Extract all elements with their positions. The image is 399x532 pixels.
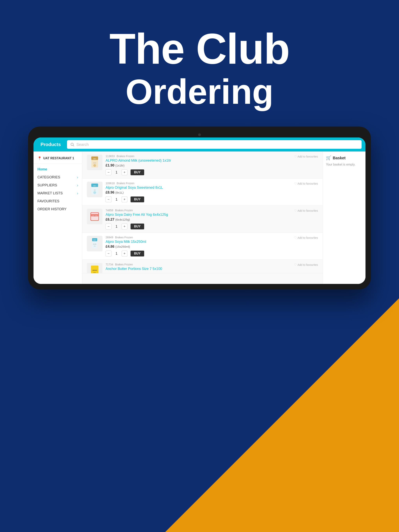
- add-fav-label-4: Add to favourites: [297, 236, 318, 239]
- buy-button-4[interactable]: BUY: [130, 251, 144, 256]
- svg-text:Soya Milk: Soya Milk: [93, 244, 97, 245]
- product-unit-2: (8x1L): [115, 191, 124, 194]
- camera-dot: [198, 133, 201, 136]
- add-fav-label-3: Add to favourites: [297, 209, 318, 212]
- svg-text:alpro: alpro: [93, 239, 96, 241]
- product-sku-5: 71734: [106, 263, 113, 266]
- table-row: alpro Soya Milk 250ml 26949 Brakes Froze…: [82, 233, 323, 260]
- alpro-yog-svg: alpro Soya Yogurt: [89, 210, 101, 223]
- qty-value-3: 1: [113, 225, 120, 229]
- product-meta-1: 113653 Brakes Frozen: [106, 155, 284, 158]
- add-fav-label-5: Add to favourites: [297, 263, 318, 266]
- qty-increase-2[interactable]: +: [122, 196, 127, 202]
- qty-value-2: 1: [113, 197, 120, 202]
- product-price-4: £4.86 (15x250ml): [106, 245, 284, 249]
- sidebar-suppliers-label: SUPPLIERS: [37, 183, 57, 187]
- svg-text:soya: soya: [94, 190, 96, 190]
- alpro-milk-250-svg: alpro Soya Milk 250ml: [89, 237, 101, 250]
- product-info-3: 74858 Brakes Frozen Alpro Soya Dairy Fre…: [106, 209, 284, 229]
- product-supplier-5: Brakes Frozen: [115, 263, 133, 266]
- svg-rect-13: [91, 213, 99, 221]
- add-fav-label-2: Add to favourites: [297, 182, 318, 185]
- product-supplier-3: Brakes Frozen: [115, 209, 133, 212]
- table-row: alpro soya 109618 Brakes Frozen Alpro Or…: [82, 178, 323, 206]
- product-unit-1: (1x1ltr): [115, 164, 124, 167]
- buy-button-1[interactable]: BUY: [130, 169, 144, 175]
- sidebar-market-lists-label: MARKET LISTS: [37, 191, 63, 195]
- qty-increase-1[interactable]: +: [122, 169, 127, 175]
- product-actions-3: ♡ Add to favourites: [287, 209, 318, 212]
- qty-decrease-2[interactable]: −: [106, 196, 111, 202]
- sidebar-order-history-label: ORDER HISTORY: [37, 207, 66, 211]
- product-sku-4: 26949: [106, 236, 113, 239]
- heart-icon-5: ♡: [294, 263, 297, 266]
- product-image-2: alpro soya: [87, 182, 103, 197]
- table-row: alpro Soya Yogurt 74858 Brakes Frozen Al…: [82, 206, 323, 233]
- table-row: alpro almond 113653 Brakes Frozen ALPRO …: [82, 152, 323, 178]
- add-to-favourites-4[interactable]: ♡ Add to favourites: [294, 236, 318, 240]
- alpro-almond-carton-svg: alpro almond: [89, 156, 101, 169]
- basket-panel: 🛒 Basket Your basket is empty.: [323, 152, 366, 284]
- search-icon: [70, 142, 74, 147]
- sidebar-item-categories[interactable]: CATEGORIES ›: [33, 173, 82, 181]
- product-actions-5: ♡ Add to favourites: [287, 263, 318, 266]
- app-nav-bar: Products Search: [33, 138, 366, 152]
- product-name-3[interactable]: Alpro Soya Dairy Free Alt Yog 6x4x125g: [106, 213, 284, 217]
- product-supplier-1: Brakes Frozen: [117, 155, 135, 158]
- qty-increase-3[interactable]: +: [122, 223, 127, 229]
- add-to-favourites-1[interactable]: ♡ Add to favourites: [294, 155, 318, 158]
- product-price-3: £6.27 (6x4x125g): [106, 217, 284, 222]
- qty-increase-4[interactable]: +: [122, 251, 127, 256]
- product-name-1[interactable]: ALPRO Almond Milk (unsweetened) 1x1ltr: [106, 158, 284, 163]
- qty-decrease-1[interactable]: −: [106, 169, 111, 175]
- search-bar[interactable]: Search: [67, 140, 362, 149]
- product-meta-5: 71734 Brakes Frozen: [106, 263, 284, 266]
- heart-icon-1: ♡: [294, 155, 297, 158]
- sidebar-item-market-lists[interactable]: MARKET LISTS ›: [33, 189, 82, 197]
- product-sku-3: 74858: [106, 209, 113, 212]
- buy-button-3[interactable]: BUY: [130, 223, 144, 229]
- product-info-4: 26949 Brakes Frozen Alpro Soya Milk 15x2…: [106, 236, 284, 256]
- product-meta-2: 109618 Brakes Frozen: [106, 182, 284, 185]
- product-info-5: 71734 Brakes Frozen Anchor Butter Portio…: [106, 263, 284, 272]
- product-supplier-2: Brakes Frozen: [117, 182, 135, 185]
- sidebar-location: 📍 UAT RESTAURANT 1: [33, 155, 82, 164]
- svg-text:Butter: Butter: [94, 272, 96, 273]
- app-header-section: The Club Ordering: [0, 0, 399, 127]
- app-title-line2: Ordering: [0, 72, 399, 111]
- svg-text:almond: almond: [93, 162, 96, 163]
- product-name-4[interactable]: Alpro Soya Milk 15x250ml: [106, 240, 284, 244]
- add-to-favourites-3[interactable]: ♡ Add to favourites: [294, 209, 318, 212]
- product-name-2[interactable]: Alpro Original Soya Sweetened 8x1L: [106, 186, 284, 190]
- product-price-1: £1.90 (1x1ltr): [106, 163, 284, 167]
- product-image-1: alpro almond: [87, 155, 103, 170]
- add-to-favourites-5[interactable]: ♡ Add to favourites: [294, 263, 318, 266]
- product-actions-1: ♡ Add to favourites: [287, 155, 318, 158]
- svg-text:alpro: alpro: [93, 185, 96, 186]
- product-info-1: 113653 Brakes Frozen ALPRO Almond Milk (…: [106, 155, 284, 175]
- qty-decrease-3[interactable]: −: [106, 223, 111, 229]
- qty-value-4: 1: [113, 252, 120, 256]
- svg-line-1: [73, 145, 74, 146]
- sidebar-categories-label: CATEGORIES: [37, 175, 60, 179]
- location-pin-icon: 📍: [37, 156, 42, 160]
- sidebar-item-home[interactable]: Home: [33, 165, 82, 173]
- sidebar-item-order-history[interactable]: ORDER HISTORY: [33, 205, 82, 213]
- chevron-right-icon: ›: [77, 192, 78, 195]
- basket-icon: 🛒: [326, 155, 331, 160]
- add-to-favourites-2[interactable]: ♡ Add to favourites: [294, 182, 318, 185]
- search-placeholder: Search: [76, 142, 89, 147]
- svg-point-0: [71, 143, 73, 146]
- tablet-top-bar: [33, 132, 366, 138]
- qty-decrease-4[interactable]: −: [106, 251, 111, 256]
- product-name-5[interactable]: Anchor Butter Portions Size 7 5x100: [106, 267, 284, 271]
- qty-controls-4: − 1 + BUY: [106, 251, 284, 256]
- product-actions-2: ♡ Add to favourites: [287, 182, 318, 185]
- buy-button-2[interactable]: BUY: [130, 196, 144, 202]
- sidebar-item-favourites[interactable]: FAVOURITES: [33, 197, 82, 205]
- basket-empty-text: Your basket is empty.: [326, 163, 362, 166]
- product-unit-3: (6x4x125g): [115, 218, 130, 221]
- anchor-butter-svg: ANCHOR Butter: [89, 264, 101, 273]
- sidebar: 📍 UAT RESTAURANT 1 Home CATEGORIES › SUP…: [33, 152, 82, 284]
- sidebar-item-suppliers[interactable]: SUPPLIERS ›: [33, 181, 82, 189]
